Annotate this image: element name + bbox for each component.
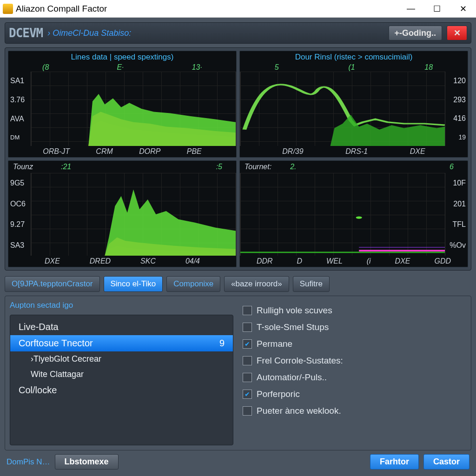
checkbox-row[interactable]: Permane <box>243 337 466 351</box>
mode-listbox[interactable]: Live-DataCorftosue Tnector9›TlyebGlot Ce… <box>10 315 233 445</box>
checkbox-row[interactable]: Frel Corrole-Sustates: <box>243 354 466 368</box>
checkbox[interactable] <box>243 373 252 382</box>
checkbox-row[interactable]: Pueter ànce weklook. <box>243 404 466 418</box>
x-axis-labels: DXE DRED SKC 04/4 <box>8 256 236 267</box>
y-axis-labels-right: 10F 201 TFL %Ov <box>445 173 468 256</box>
footer: DomPis N… Lbstomexe Farhtor Castor <box>5 454 471 471</box>
checkbox[interactable] <box>243 406 252 416</box>
checkbox-label: T-sole-Smel Stups <box>257 322 329 332</box>
group-label: Aupton sectad igo <box>10 301 233 310</box>
charts-grid: Lines data | speed spextings) (8 E· 13· … <box>5 47 471 271</box>
chart-topright: Dour Rinsl (ristec > comsucimiail) 5 (1 … <box>239 51 468 158</box>
lbstomexe-button[interactable]: Lbstomexe <box>55 454 119 469</box>
x-axis-labels: DR/39 DRS-1 DXE <box>240 146 468 157</box>
checkbox-row[interactable]: T-sole-Smel Stups <box>243 320 466 334</box>
tab[interactable]: O[9JPA.tepptonCrastor <box>5 276 100 292</box>
chart-top-ticks: 5 (1 18 <box>240 63 468 72</box>
list-item[interactable]: ›TlyebGlot Cecrear <box>10 351 233 367</box>
checkbox[interactable] <box>243 306 252 315</box>
close-icon: ✕ <box>454 28 461 38</box>
plot-area[interactable] <box>240 72 445 146</box>
x-axis-labels: ORB-JT CRM DORP PBE <box>8 146 236 157</box>
castor-button[interactable]: Castor <box>423 454 469 469</box>
titlebar: Aliazon Compall Factor — ☐ ✕ <box>0 0 476 18</box>
toolbar-close-button[interactable]: ✕ <box>447 26 467 40</box>
checkbox-label: Permane <box>257 339 292 349</box>
brand-logo: DCEVM <box>9 26 43 40</box>
tab[interactable]: Sinco el-Tiko <box>104 276 163 292</box>
status-text: DomPis N… <box>7 457 50 467</box>
checkbox[interactable] <box>243 390 252 399</box>
tab[interactable]: Sufitre <box>293 276 330 292</box>
list-item[interactable]: Col/locke <box>10 382 233 398</box>
window-title: Aliazon Compall Factor <box>16 4 398 14</box>
checkbox-label: Rulligh vole scuves <box>257 305 332 316</box>
list-item[interactable]: Wite Clattagar <box>10 367 233 382</box>
checkbox-label: Porferporic <box>257 389 300 399</box>
y-axis-labels-right: 120 293 416 19 <box>445 72 468 146</box>
maximize-button[interactable]: ☐ <box>424 0 450 17</box>
app-icon <box>3 4 13 14</box>
app-window: Aliazon Compall Factor — ☐ ✕ DCEVM › Oim… <box>0 0 476 476</box>
list-item[interactable]: Corftosue Tnector9 <box>10 335 233 351</box>
tab[interactable]: Componixe <box>166 276 220 292</box>
checkbox-row[interactable]: Rulligh vole scuves <box>243 304 466 317</box>
chart-topleft: Lines data | speed spextings) (8 E· 13· … <box>8 51 237 158</box>
client-area: DCEVM › OimeCl-Dua Stabiso: +-Goding.. ✕… <box>0 18 476 476</box>
checkbox-label: Frel Corrole-Sustates: <box>257 356 343 366</box>
right-panel: Rulligh vole scuvesT-sole-Smel StupsPerm… <box>243 301 466 445</box>
checkbox-label: Automatior/-Puls.. <box>257 372 327 383</box>
plot-area[interactable] <box>31 173 236 256</box>
left-panel: Aupton sectad igo Live-DataCorftosue Tne… <box>10 301 233 445</box>
checkbox-row[interactable]: Porferporic <box>243 387 466 401</box>
chart-header: Tournet: 2. 6 <box>240 161 468 173</box>
svg-point-1 <box>356 216 362 218</box>
chart-top-ticks: (8 E· 13· <box>8 63 236 72</box>
x-axis-labels: DDR D WEL (i DXE GDD <box>240 256 468 267</box>
checkbox[interactable] <box>243 356 252 365</box>
farhtor-button[interactable]: Farhtor <box>370 454 419 469</box>
y-axis-labels: SA1 3.76 AVA DM <box>8 72 31 146</box>
chart-title: Lines data | speed spextings) <box>8 51 236 63</box>
minimize-button[interactable]: — <box>398 0 424 17</box>
plot-area[interactable] <box>31 72 236 146</box>
tab-row: O[9JPA.tepptonCrastorSinco el-TikoCompon… <box>5 276 471 292</box>
tab[interactable]: «baze irroord» <box>224 276 289 292</box>
y-axis-labels: 9G5 OC6 9.27 SA3 <box>8 173 31 256</box>
checkbox[interactable] <box>243 339 252 349</box>
chart-header: Tounz :21 :5 <box>8 161 236 173</box>
goding-button[interactable]: +-Goding.. <box>389 26 443 40</box>
list-item[interactable]: Live-Data <box>10 319 233 335</box>
chart-bottomleft: Tounz :21 :5 9G5 OC6 9.27 SA3 <box>8 160 237 267</box>
checkbox-label: Pueter ànce weklook. <box>257 406 341 416</box>
toolbar: DCEVM › OimeCl-Dua Stabiso: +-Goding.. ✕ <box>5 22 471 44</box>
item-badge: 9 <box>219 338 225 349</box>
checkbox-row[interactable]: Automatior/-Puls.. <box>243 370 466 384</box>
close-window-button[interactable]: ✕ <box>450 0 476 17</box>
toolbar-subtitle: › OimeCl-Dua Stabiso: <box>47 28 131 38</box>
checkbox[interactable] <box>243 323 252 332</box>
lower-panel: Aupton sectad igo Live-DataCorftosue Tne… <box>5 296 471 450</box>
plot-area[interactable] <box>240 173 445 256</box>
window-controls: — ☐ ✕ <box>398 0 476 17</box>
chart-bottomright: Tournet: 2. 6 10F 2 <box>239 160 468 267</box>
chart-title: Dour Rinsl (ristec > comsucimiail) <box>240 51 468 63</box>
